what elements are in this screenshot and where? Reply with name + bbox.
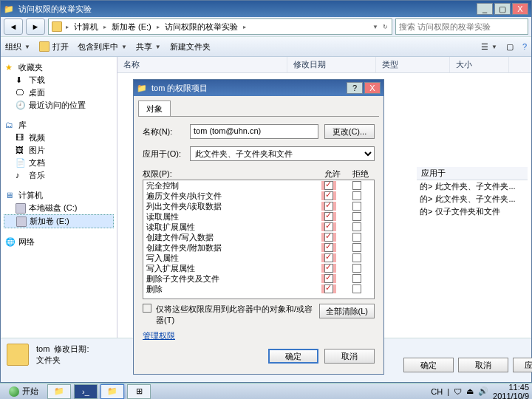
- under-ok-button[interactable]: 确定: [403, 358, 454, 372]
- clock-date[interactable]: 2011/10/9: [493, 392, 529, 400]
- search-input[interactable]: [399, 22, 525, 31]
- perm-row: 创建文件夹/附加数据: [143, 242, 374, 253]
- only-container-checkbox[interactable]: [143, 304, 151, 313]
- allow-checkbox[interactable]: [324, 284, 333, 293]
- perm-help-button[interactable]: ?: [347, 82, 363, 94]
- taskbar-app[interactable]: ⊞: [127, 384, 151, 399]
- search-box[interactable]: [395, 18, 528, 35]
- system-tray[interactable]: CH | 🛡 ⏏ 🔊 11:45 2011/10/9: [431, 383, 529, 400]
- include-button[interactable]: 包含到库中▼: [78, 41, 127, 52]
- titlebar[interactable]: 📁 访问权限的枚举实验 _ ▢ X: [1, 1, 531, 17]
- change-button[interactable]: 更改(C)...: [324, 124, 375, 139]
- allow-checkbox[interactable]: [324, 264, 333, 273]
- cancel-button[interactable]: 取消: [324, 349, 375, 364]
- under-cancel-button[interactable]: 取消: [458, 358, 508, 372]
- allow-checkbox[interactable]: [324, 253, 333, 262]
- perm-close-button[interactable]: X: [364, 82, 381, 94]
- computer-node[interactable]: 🖥计算机: [4, 189, 114, 202]
- organize-button[interactable]: 组织▼: [5, 41, 30, 52]
- deny-checkbox[interactable]: [352, 212, 361, 221]
- under-apply-button[interactable]: 应用(A): [513, 358, 532, 372]
- start-button[interactable]: 开始: [3, 384, 44, 399]
- forward-button[interactable]: ►: [26, 18, 45, 35]
- maximize-button[interactable]: ▢: [494, 3, 511, 15]
- deny-checkbox[interactable]: [352, 284, 361, 293]
- col-type[interactable]: 类型: [376, 57, 450, 72]
- preview-button[interactable]: ▢: [506, 42, 514, 52]
- allow-checkbox[interactable]: [324, 222, 333, 231]
- deny-checkbox[interactable]: [352, 274, 361, 283]
- close-button[interactable]: X: [512, 3, 528, 15]
- taskbar-explorer[interactable]: 📁: [47, 384, 71, 399]
- tree-documents[interactable]: 📄文档: [4, 157, 114, 169]
- perm-name: 删除: [146, 284, 315, 295]
- deny-checkbox[interactable]: [352, 202, 361, 211]
- deny-checkbox[interactable]: [352, 191, 361, 200]
- tree-videos[interactable]: 🎞视频: [4, 132, 114, 144]
- allow-checkbox[interactable]: [324, 212, 333, 221]
- tray-icon[interactable]: 🔊: [478, 386, 488, 396]
- col-size[interactable]: 大小: [450, 57, 509, 72]
- deny-checkbox[interactable]: [352, 243, 361, 252]
- deny-checkbox[interactable]: [352, 264, 361, 273]
- chevron-right-icon[interactable]: ▸: [103, 24, 107, 30]
- taskbar-powershell[interactable]: ›_: [74, 384, 98, 399]
- apply-to-select[interactable]: 此文件夹、子文件夹和文件: [190, 146, 375, 161]
- tabs: 对象: [138, 100, 379, 117]
- network-node[interactable]: 🌐网络: [4, 236, 114, 248]
- breadcrumb[interactable]: ▸ 计算机 ▸ 新加卷 (E:) ▸ 访问权限的枚举实验 ▸ ▼ ↻: [48, 18, 392, 35]
- ok-button[interactable]: 确定: [268, 349, 318, 364]
- tree-recent[interactable]: 🕘最近访问的位置: [4, 99, 114, 112]
- tray-icon[interactable]: 🛡: [454, 387, 462, 396]
- view-button[interactable]: ☰▼: [481, 42, 497, 52]
- tree-drive-e[interactable]: 新加卷 (E:): [4, 214, 114, 228]
- permission-list[interactable]: 完全控制遍历文件夹/执行文件列出文件夹/读取数据读取属性读取扩展属性创建文件/写…: [143, 180, 375, 299]
- chevron-right-icon[interactable]: ▸: [65, 24, 69, 30]
- tree-music[interactable]: ♪音乐: [4, 169, 114, 182]
- refresh-icon[interactable]: ↻: [382, 24, 389, 30]
- allow-checkbox[interactable]: [324, 181, 333, 190]
- col-name[interactable]: 名称: [117, 57, 287, 72]
- allow-checkbox[interactable]: [324, 202, 333, 211]
- crumb-computer[interactable]: 计算机: [72, 21, 100, 33]
- tree-downloads[interactable]: ⬇下载: [4, 74, 114, 86]
- tab-object[interactable]: 对象: [138, 100, 171, 116]
- chevron-down-icon[interactable]: ▼: [372, 24, 379, 30]
- list-icon: ☰: [481, 42, 488, 52]
- deny-checkbox[interactable]: [352, 222, 361, 231]
- help-button[interactable]: ?: [522, 42, 527, 51]
- back-button[interactable]: ◄: [4, 18, 23, 35]
- deny-checkbox[interactable]: [352, 253, 361, 262]
- applied-to-row[interactable]: 的>仅子文件夹和文件: [417, 205, 528, 218]
- newfolder-button[interactable]: 新建文件夹: [170, 41, 211, 52]
- allow-checkbox[interactable]: [324, 233, 333, 242]
- tree-pictures[interactable]: 🖼图片: [4, 144, 114, 157]
- clock-time[interactable]: 11:45: [493, 383, 529, 392]
- crumb-drive[interactable]: 新加卷 (E:): [110, 21, 153, 33]
- open-button[interactable]: 打开: [39, 41, 69, 52]
- applied-to-header[interactable]: 应用于: [417, 167, 528, 180]
- applied-to-row[interactable]: 的>此文件夹、子文件夹...: [417, 180, 528, 193]
- taskbar-active-explorer[interactable]: 📁: [100, 384, 124, 399]
- clear-all-button[interactable]: 全部清除(L): [319, 304, 375, 318]
- applied-to-row[interactable]: 的>此文件夹、子文件夹...: [417, 193, 528, 205]
- manage-permissions-link[interactable]: 管理权限: [143, 330, 375, 341]
- share-button[interactable]: 共享▼: [136, 41, 161, 52]
- libraries-node[interactable]: 🗂库: [4, 119, 114, 132]
- tray-icon[interactable]: ⏏: [466, 386, 474, 396]
- allow-checkbox[interactable]: [324, 274, 333, 283]
- col-date[interactable]: 修改日期: [287, 57, 376, 72]
- perm-titlebar[interactable]: 📁 tom 的权限项目 ? X: [134, 80, 383, 96]
- tree-drive-c[interactable]: 本地磁盘 (C:): [4, 202, 114, 214]
- minimize-button[interactable]: _: [477, 3, 493, 15]
- deny-checkbox[interactable]: [352, 233, 361, 242]
- chevron-right-icon[interactable]: ▸: [156, 24, 160, 30]
- deny-checkbox[interactable]: [352, 181, 361, 190]
- lang-indicator[interactable]: CH: [431, 387, 443, 396]
- allow-checkbox[interactable]: [324, 243, 333, 252]
- favorites-node[interactable]: ★收藏夹: [4, 61, 114, 74]
- tree-desktop[interactable]: 🖵桌面: [4, 86, 114, 99]
- crumb-folder[interactable]: 访问权限的枚举实验: [163, 21, 239, 33]
- allow-checkbox[interactable]: [324, 191, 333, 200]
- chevron-right-icon[interactable]: ▸: [242, 24, 247, 30]
